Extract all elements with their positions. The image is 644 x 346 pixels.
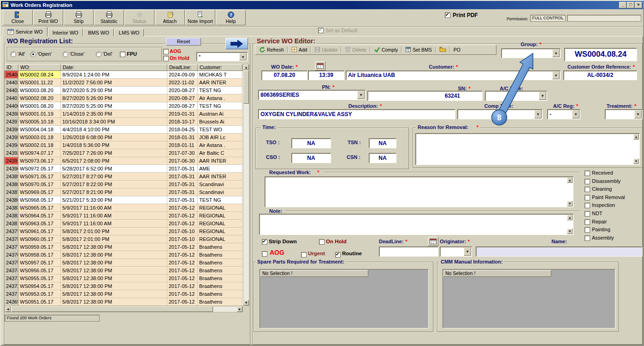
wo-time-field[interactable]: 13:39	[308, 70, 344, 80]
checkbox-cleaning[interactable]	[585, 187, 590, 192]
reason-for-removal-textarea[interactable]	[415, 133, 640, 165]
vertical-scroll-thumb[interactable]	[243, 70, 249, 104]
chevron-down-icon[interactable]	[357, 91, 365, 99]
scroll-up-icon[interactable]	[633, 134, 639, 140]
checkbox-ndt[interactable]	[585, 211, 590, 217]
treatment-select[interactable]	[605, 109, 643, 119]
delete-button[interactable]: Delete	[343, 46, 368, 54]
table-row[interactable]: 24383WS0965.05.175/9/2017 11:16:00 AM201…	[5, 204, 243, 212]
tab-bms-wo[interactable]: BMS WO	[83, 29, 114, 36]
column-header-wo[interactable]: WO:	[18, 64, 61, 71]
wo-date-field[interactable]: 07.08.20	[261, 70, 307, 80]
strip-button[interactable]: Strip	[64, 10, 94, 25]
chevron-down-icon[interactable]	[572, 110, 579, 118]
strip-down-checkbox[interactable]	[262, 239, 267, 245]
checkbox-paint-removal[interactable]	[585, 195, 590, 200]
scroll-down-icon[interactable]	[567, 201, 573, 206]
checkbox-repair[interactable]	[585, 219, 590, 225]
on-hold-checkbox[interactable]	[319, 239, 325, 245]
column-header-id[interactable]: ID:	[5, 64, 18, 71]
column-header-date[interactable]: Date:	[61, 64, 167, 71]
attach-button[interactable]: Attach	[155, 10, 185, 25]
table-row[interactable]: 24381WS0963.05.175/9/2017 11:16:00 AM201…	[5, 220, 243, 228]
name-field[interactable]	[476, 246, 643, 257]
update-button[interactable]: Update	[312, 46, 340, 54]
urgent-checkbox[interactable]	[301, 252, 307, 258]
radio-close[interactable]	[63, 52, 68, 57]
add-button[interactable]: Add	[289, 46, 310, 54]
comp-type-select[interactable]	[457, 109, 543, 119]
requested-work-textarea[interactable]	[265, 176, 573, 207]
table-row[interactable]: 24389WS0971.05.175/27/2017 8:27:00 PM201…	[5, 173, 243, 181]
table-row[interactable]: 24388WS0970.05.175/27/2017 8:22:00 PM201…	[5, 181, 243, 188]
close-window-button[interactable]: ×	[635, 2, 642, 8]
set-as-default-checkbox[interactable]	[318, 28, 324, 33]
table-horizontal-scrollbar[interactable]	[5, 306, 243, 312]
group-select[interactable]	[501, 48, 561, 58]
table-vertical-scrollbar[interactable]	[243, 64, 249, 306]
set-bms-button[interactable]: Set BMS	[403, 46, 434, 54]
print-pdf-checkbox[interactable]	[445, 12, 450, 18]
table-row[interactable]: 24387WS0969.05.175/27/2017 8:21:00 PM201…	[5, 188, 243, 196]
chevron-down-icon[interactable]	[534, 110, 542, 118]
table-row[interactable]: 24371WS0953.05.175/8/2017 12:38:00 PM201…	[5, 290, 243, 298]
note-import-button[interactable]: Note Import	[185, 10, 215, 25]
table-row[interactable]: 25404WS0002.08.248/9/2024 1:24:00 PM2024…	[5, 71, 243, 79]
radio-open[interactable]	[30, 52, 36, 57]
table-row[interactable]: 24372WS0954.05.175/8/2017 12:38:00 PM201…	[5, 282, 243, 290]
horizontal-scroll-thumb[interactable]	[11, 306, 213, 312]
deadline-calendar-button[interactable]	[428, 237, 438, 246]
reset-button[interactable]: Reset	[166, 38, 201, 46]
table-row[interactable]: 24377WS0959.05.175/8/2017 12:38:00 PM201…	[5, 243, 243, 251]
tab-service-wo[interactable]: Service WO	[3, 27, 47, 36]
column-header-customer[interactable]: Customer:	[198, 64, 242, 71]
print-wo-button[interactable]: Print WO	[33, 10, 63, 25]
table-row[interactable]: 24374WS0956.05.175/8/2017 12:38:00 PM201…	[5, 267, 243, 275]
minimize-button[interactable]: _	[619, 2, 626, 8]
table-row[interactable]: 24400WS0001.08.208/27/2020 5:25:00 PM202…	[5, 102, 243, 110]
close-button[interactable]: Close	[3, 10, 33, 25]
checkbox-inspection[interactable]	[585, 203, 590, 208]
cso-field[interactable]: NA	[291, 153, 331, 163]
chevron-down-icon[interactable]	[634, 110, 642, 118]
table-row[interactable]: 24390WS0972.05.175/28/2017 6:52:00 PM201…	[5, 165, 243, 173]
maximize-button[interactable]: □	[627, 2, 634, 8]
table-row[interactable]: 24394WS0002.01.181/4/2018 5:36:00 PM2018…	[5, 141, 243, 149]
description-field[interactable]: OXYGEN CYLINDER&VALVE ASSY	[258, 109, 455, 119]
po-button[interactable]: PO	[451, 47, 463, 53]
sn-field[interactable]: 63241	[367, 91, 483, 101]
table-row[interactable]: 24391WS0973.06.176/5/2017 2:08:00 PM2017…	[5, 157, 243, 165]
table-row[interactable]: 24375WS0957.05.175/8/2017 12:38:00 PM201…	[5, 259, 243, 267]
aog-checkbox[interactable]	[262, 251, 267, 257]
routine-checkbox[interactable]	[335, 252, 341, 258]
go-arrow-button[interactable]	[225, 38, 248, 49]
tab-lms-wo[interactable]: LMS WO	[114, 29, 144, 36]
scroll-up-icon[interactable]	[567, 177, 573, 183]
tsn-field[interactable]: NA	[369, 138, 396, 148]
scroll-down-icon[interactable]	[243, 300, 249, 305]
deadline-field[interactable]	[379, 246, 438, 257]
scroll-down-icon[interactable]	[633, 158, 639, 164]
table-row[interactable]: 24403WS0001.11.2211/2/2022 7:56:00 PM202…	[5, 79, 243, 87]
table-row[interactable]: 24398WS0001.01.191/14/2019 2:35:00 PM201…	[5, 110, 243, 118]
table-row[interactable]: 24376WS0958.05.175/8/2017 12:38:00 PM201…	[5, 251, 243, 259]
spare-parts-panel[interactable]	[260, 269, 429, 328]
chevron-down-icon[interactable]	[539, 92, 546, 100]
ac-type-select[interactable]	[485, 91, 547, 101]
table-row[interactable]: 24392WS0974.07.177/25/2017 7:26:00 PM201…	[5, 149, 243, 157]
scroll-left-icon[interactable]	[5, 306, 11, 312]
scroll-up-icon[interactable]	[243, 65, 249, 70]
statistic-button[interactable]: Statistic	[94, 10, 124, 25]
table-row[interactable]: 24397WS0005.10.1810/16/2018 3:34:00 PM20…	[5, 118, 243, 126]
tab-interior-wo[interactable]: Interior WO	[48, 29, 83, 36]
aog-filter-checkbox[interactable]	[163, 49, 169, 54]
pn-select[interactable]: 806369SERIES	[258, 90, 366, 100]
table-row[interactable]: 24369WS0951.05.175/8/2017 12:38:00 PM201…	[5, 298, 243, 306]
quick-filter-combo[interactable]: *	[196, 52, 248, 61]
chevron-down-icon[interactable]	[464, 247, 471, 256]
radio-del[interactable]	[96, 52, 101, 57]
fpu-checkbox[interactable]	[120, 52, 125, 57]
table-row[interactable]: 24395WS0003.01.181/26/2018 6:08:00 PM201…	[5, 134, 243, 141]
table-row[interactable]: 24402WS0003.08.208/27/2020 5:29:00 PM202…	[5, 87, 243, 94]
customer-select[interactable]: Air Lituanica UAB	[346, 70, 561, 80]
